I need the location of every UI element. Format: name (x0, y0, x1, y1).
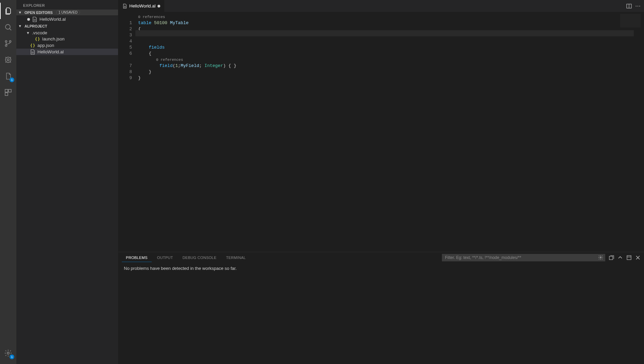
panel-tabs: PROBLEMS OUTPUT DEBUG CONSOLE TERMINAL (118, 252, 644, 263)
codelens[interactable]: 0 references (135, 57, 644, 63)
svg-point-5 (7, 59, 9, 61)
tab-helloworld[interactable]: HelloWorld.al (118, 0, 165, 12)
branch-icon (4, 39, 12, 48)
json-file-icon (30, 43, 35, 48)
chevron-down-icon: ▾ (26, 30, 30, 35)
panel-tab-debug[interactable]: DEBUG CONSOLE (179, 254, 221, 262)
extensions-icon (4, 88, 12, 97)
al-file-icon (30, 49, 35, 55)
editor[interactable]: 1 2 3 4 5 6 7 8 9 0 references table 501… (118, 12, 644, 252)
svg-point-1 (5, 41, 7, 42)
open-editors-header[interactable]: ▾ OPEN EDITORS 1 UNSAVED (16, 10, 118, 15)
gutter: 1 2 3 4 5 6 7 8 9 (118, 12, 135, 252)
sidebar-title: EXPLORER (16, 0, 118, 10)
tree-file-app[interactable]: app.json (16, 42, 118, 49)
dirty-dot-icon (27, 18, 30, 21)
collapse-all-icon[interactable] (609, 255, 614, 260)
filter-settings-icon[interactable] (598, 255, 603, 261)
svg-point-11 (600, 257, 601, 258)
activity-docs[interactable]: 1 (0, 68, 16, 84)
activity-extensions[interactable] (0, 84, 16, 101)
activity-source-control[interactable] (0, 35, 16, 52)
search-icon (4, 23, 12, 31)
unsaved-badge: 1 UNSAVED (56, 10, 80, 15)
project-label: ALPROJECT (24, 24, 47, 28)
tree-item-label: launch.json (42, 36, 65, 41)
svg-point-2 (5, 45, 7, 47)
json-file-icon (35, 36, 40, 42)
main-area: HelloWorld.al ⋯ 1 2 3 4 5 6 7 8 9 0 refe… (118, 0, 644, 364)
tree-item-label: app.json (37, 43, 54, 48)
panel-tab-terminal[interactable]: TERMINAL (222, 254, 250, 262)
activity-settings[interactable]: 1 (0, 345, 16, 361)
close-panel-icon[interactable] (635, 255, 641, 260)
svg-point-9 (7, 352, 9, 354)
tree-file-helloworld[interactable]: HelloWorld.al (16, 49, 118, 55)
open-editor-item[interactable]: HelloWorld.al (16, 16, 118, 22)
project-tree: ▾ .vscode launch.json app.json HelloWorl… (16, 29, 118, 56)
svg-rect-12 (609, 256, 613, 260)
tab-label: HelloWorld.al (129, 3, 155, 8)
more-actions-icon[interactable]: ⋯ (635, 3, 641, 9)
svg-rect-13 (627, 256, 631, 260)
tree-item-label: HelloWorld.al (37, 49, 64, 54)
svg-point-0 (5, 24, 10, 29)
svg-rect-6 (5, 89, 8, 92)
al-file-icon (122, 4, 127, 8)
svg-point-3 (10, 41, 11, 42)
activity-debug[interactable] (0, 52, 16, 68)
codelens[interactable]: 0 references (135, 14, 644, 20)
bottom-panel: PROBLEMS OUTPUT DEBUG CONSOLE TERMINAL (118, 252, 644, 364)
tree-item-label: .vscode (32, 30, 47, 35)
filter-wrap (442, 254, 605, 261)
open-editors-label: OPEN EDITORS (24, 11, 53, 15)
svg-rect-8 (5, 93, 8, 96)
tab-bar: HelloWorld.al ⋯ (118, 0, 644, 12)
dirty-dot-icon (158, 5, 160, 7)
problems-empty-message: No problems have been detected in the wo… (124, 266, 237, 271)
open-editors-tree: HelloWorld.al (16, 15, 118, 23)
split-editor-icon[interactable] (626, 3, 632, 9)
tree-folder-vscode[interactable]: ▾ .vscode (16, 30, 118, 36)
minimap[interactable] (620, 14, 641, 28)
panel-body: No problems have been detected in the wo… (118, 263, 644, 274)
chevron-down-icon: ▾ (19, 24, 23, 28)
chevron-down-icon: ▾ (19, 10, 23, 15)
panel-action-icons (609, 255, 641, 260)
activity-search[interactable] (0, 19, 16, 35)
panel-tab-problems[interactable]: PROBLEMS (122, 254, 152, 262)
activity-settings-badge: 1 (10, 354, 14, 359)
code-area[interactable]: 0 references table 50100 MyTable { field… (135, 12, 644, 252)
maximize-panel-icon[interactable] (626, 255, 632, 260)
tree-file-launch[interactable]: launch.json (16, 36, 118, 42)
activity-docs-badge: 1 (10, 77, 14, 82)
tabbar-actions: ⋯ (623, 0, 644, 12)
activity-bar: 1 1 (0, 0, 16, 364)
problems-filter-input[interactable] (442, 254, 605, 261)
svg-rect-7 (9, 89, 11, 92)
activity-explorer[interactable] (0, 3, 16, 19)
sidebar: EXPLORER ▾ OPEN EDITORS 1 UNSAVED HelloW… (16, 0, 118, 364)
project-header[interactable]: ▾ ALPROJECT (16, 23, 118, 29)
open-editor-item-label: HelloWorld.al (39, 17, 66, 22)
chevron-up-icon[interactable] (617, 255, 623, 260)
al-file-icon (32, 17, 37, 22)
files-icon (4, 7, 12, 15)
panel-tab-output[interactable]: OUTPUT (153, 254, 177, 262)
bug-icon (4, 56, 12, 64)
